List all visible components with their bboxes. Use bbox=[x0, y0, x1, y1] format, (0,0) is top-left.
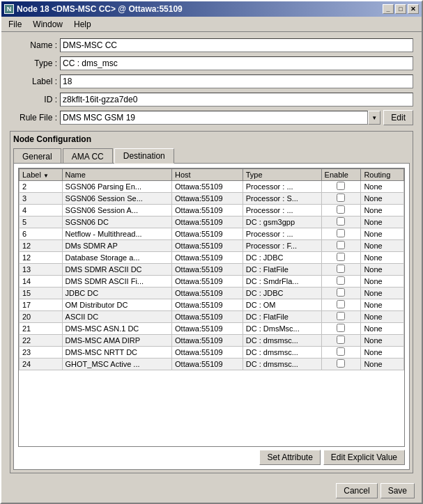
enable-checkbox[interactable] bbox=[337, 265, 345, 273]
label-label: Label : bbox=[10, 77, 57, 86]
cell-routing: None bbox=[361, 323, 404, 335]
cell-enable bbox=[321, 181, 361, 193]
enable-checkbox[interactable] bbox=[337, 324, 345, 332]
enable-checkbox[interactable] bbox=[337, 276, 345, 285]
cell-name: DMs SDMR AP bbox=[62, 240, 171, 252]
enable-checkbox[interactable] bbox=[337, 300, 345, 308]
enable-checkbox[interactable] bbox=[337, 229, 345, 237]
cell-name: DMS SDMR ASCII Fi... bbox=[62, 276, 171, 288]
table-row: 24GHOT_MSC Active ...Ottawa:55109DC : dm… bbox=[20, 359, 404, 370]
table-row: 4SGSN06 Session A...Ottawa:55109Processo… bbox=[20, 205, 404, 216]
table-row: 20ASCII DCOttawa:55109DC : FlatFileNone bbox=[20, 311, 404, 323]
cell-enable bbox=[321, 252, 361, 264]
sort-icon: ▼ bbox=[43, 173, 49, 179]
enable-checkbox[interactable] bbox=[337, 347, 345, 356]
cell-type: DC : dmsmsc... bbox=[243, 347, 321, 359]
table-row: 6Netflow - Multithread...Ottawa:55109Pro… bbox=[20, 228, 404, 240]
cell-label: 12 bbox=[20, 252, 63, 264]
set-attribute-button[interactable]: Set Attribute bbox=[259, 450, 320, 465]
cell-name: Netflow - Multithread... bbox=[62, 228, 171, 240]
menu-file[interactable]: File bbox=[4, 18, 26, 31]
tab-general[interactable]: General bbox=[13, 148, 61, 164]
cell-routing: None bbox=[361, 181, 404, 193]
cell-enable bbox=[321, 359, 361, 370]
cell-routing: None bbox=[361, 216, 404, 228]
cell-name: SGSN06 Parsing En... bbox=[62, 181, 171, 193]
rule-file-dropdown-button[interactable]: ▼ bbox=[368, 111, 380, 125]
menu-window[interactable]: Window bbox=[29, 18, 67, 31]
cell-routing: None bbox=[361, 252, 404, 264]
cell-type: Processor : ... bbox=[243, 205, 321, 216]
enable-checkbox[interactable] bbox=[337, 312, 345, 320]
enable-checkbox[interactable] bbox=[337, 253, 345, 261]
id-label: ID : bbox=[10, 95, 57, 104]
cell-host: Ottawa:55109 bbox=[172, 181, 243, 193]
cell-routing: None bbox=[361, 311, 404, 323]
menubar: File Window Help bbox=[1, 17, 422, 32]
cell-label: 23 bbox=[20, 347, 63, 359]
main-content: Name : Type : Label : ID : Rule File : ▼… bbox=[1, 32, 422, 479]
type-input[interactable] bbox=[60, 56, 413, 70]
minimize-button[interactable]: _ bbox=[383, 4, 394, 14]
main-window: N Node 18 <DMS-MSC CC> @ Ottawa:55109 _ … bbox=[0, 0, 423, 504]
name-input[interactable] bbox=[60, 38, 413, 52]
cell-label: 4 bbox=[20, 205, 63, 216]
cell-enable bbox=[321, 311, 361, 323]
table-row: 15JDBC DCOttawa:55109DC : JDBCNone bbox=[20, 288, 404, 299]
save-button[interactable]: Save bbox=[380, 483, 415, 498]
maximize-button[interactable]: □ bbox=[395, 4, 406, 14]
cell-name: GHOT_MSC Active ... bbox=[62, 359, 171, 370]
cell-routing: None bbox=[361, 205, 404, 216]
cell-host: Ottawa:55109 bbox=[172, 311, 243, 323]
cell-name: DMS SDMR ASCII DC bbox=[62, 264, 171, 276]
tab-destination[interactable]: Destination bbox=[114, 148, 174, 164]
edit-explicit-value-button[interactable]: Edit Explicit Value bbox=[323, 450, 405, 465]
enable-checkbox[interactable] bbox=[337, 336, 345, 344]
cell-label: 2 bbox=[20, 181, 63, 193]
cell-enable bbox=[321, 205, 361, 216]
table-row: 12DMs SDMR APOttawa:55109Processor : F..… bbox=[20, 240, 404, 252]
name-label: Name : bbox=[10, 40, 57, 50]
rule-file-row: Rule File : ▼ Edit bbox=[10, 110, 413, 125]
col-header-host: Host bbox=[172, 169, 243, 181]
destination-table-wrapper[interactable]: Label ▼ Name Host Type Enable Routing 2S… bbox=[18, 168, 405, 447]
enable-checkbox[interactable] bbox=[337, 194, 345, 202]
table-row: 17OM Distributor DCOttawa:55109DC : OMNo… bbox=[20, 299, 404, 311]
enable-checkbox[interactable] bbox=[337, 241, 345, 249]
cell-name: OM Distributor DC bbox=[62, 299, 171, 311]
bottom-buttons: Cancel Save bbox=[1, 479, 422, 503]
node-config-title: Node Configuration bbox=[13, 134, 410, 144]
table-row: 23DMS-MSC NRTT DCOttawa:55109DC : dmsmsc… bbox=[20, 347, 404, 359]
cell-label: 17 bbox=[20, 299, 63, 311]
col-header-label: Label ▼ bbox=[20, 169, 63, 181]
close-button[interactable]: ✕ bbox=[408, 4, 419, 14]
cell-type: Processor : ... bbox=[243, 228, 321, 240]
cell-type: Processor : S... bbox=[243, 193, 321, 205]
enable-checkbox[interactable] bbox=[337, 205, 345, 214]
enable-checkbox[interactable] bbox=[337, 359, 345, 368]
rule-file-input[interactable] bbox=[60, 111, 368, 125]
cell-host: Ottawa:55109 bbox=[172, 228, 243, 240]
name-row: Name : bbox=[10, 38, 413, 53]
label-input[interactable] bbox=[60, 74, 413, 88]
enable-checkbox[interactable] bbox=[337, 217, 345, 226]
enable-checkbox[interactable] bbox=[337, 288, 345, 297]
tabs-container: General AMA CC Destination bbox=[13, 148, 410, 164]
cell-enable bbox=[321, 299, 361, 311]
edit-button[interactable]: Edit bbox=[383, 110, 413, 125]
cell-type: DC : gsm3gpp bbox=[243, 216, 321, 228]
table-row: 2SGSN06 Parsing En...Ottawa:55109Process… bbox=[20, 181, 404, 193]
cell-type: DC : SmdrFla... bbox=[243, 276, 321, 288]
id-row: ID : bbox=[10, 92, 413, 107]
table-body: 2SGSN06 Parsing En...Ottawa:55109Process… bbox=[20, 181, 404, 370]
type-row: Type : bbox=[10, 56, 413, 71]
cancel-button[interactable]: Cancel bbox=[336, 483, 377, 498]
cell-routing: None bbox=[361, 288, 404, 299]
enable-checkbox[interactable] bbox=[337, 182, 345, 190]
node-config-section: Node Configuration General AMA CC Destin… bbox=[10, 131, 413, 473]
titlebar-left: N Node 18 <DMS-MSC CC> @ Ottawa:55109 bbox=[4, 4, 183, 14]
id-input[interactable] bbox=[60, 93, 413, 107]
tab-ama-cc[interactable]: AMA CC bbox=[63, 148, 113, 164]
col-header-type: Type bbox=[243, 169, 321, 181]
menu-help[interactable]: Help bbox=[70, 18, 95, 31]
